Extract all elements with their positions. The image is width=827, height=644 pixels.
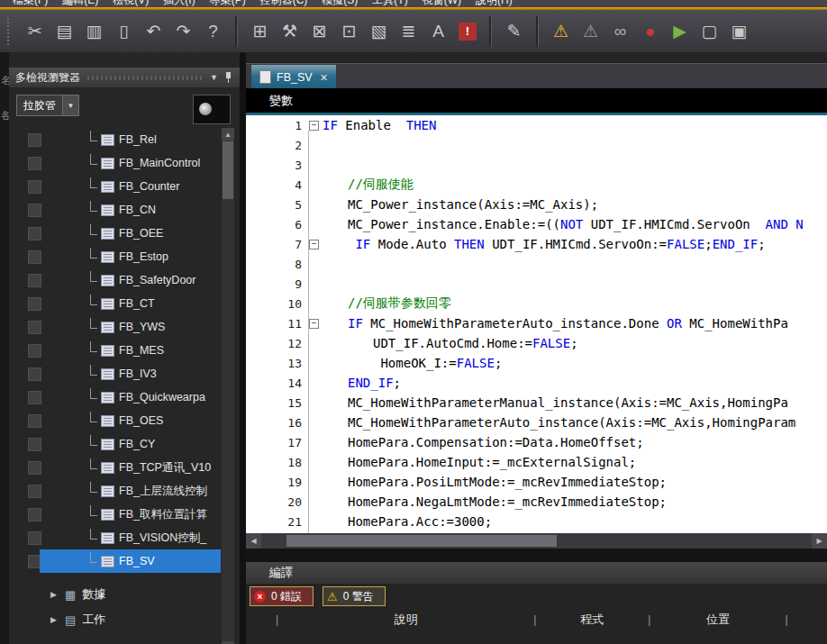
tree-item-main[interactable]: FB_OES	[40, 409, 221, 432]
warning-gray-icon[interactable]: ⚠	[577, 18, 604, 44]
menu-item-插入(I)[interactable]: 插入(I)	[163, 0, 195, 7]
scrollbar-track[interactable]	[261, 533, 812, 549]
tree-item-FB_Estop[interactable]: FB_Estop	[9, 245, 221, 268]
tree-item-FB_CT[interactable]: FB_CT	[9, 292, 221, 315]
tree-scrollbar[interactable]: ▲ ▼	[222, 128, 234, 644]
transfer-icon[interactable]: ⊠	[306, 18, 332, 44]
tree-item-main[interactable]: FB_YWS	[40, 315, 221, 339]
build-window-icon[interactable]: ⊞	[247, 18, 273, 44]
fold-toggle-icon[interactable]: −	[309, 121, 319, 131]
tree-item-main[interactable]: FB_VISION控制_	[40, 526, 221, 549]
tree-item-main[interactable]: FB_CT	[40, 292, 221, 315]
tree-item-FB_OES[interactable]: FB_OES	[9, 409, 221, 432]
menu-item-視窗(W)[interactable]: 視窗(W)	[423, 0, 461, 7]
scrollbar-thumb[interactable]	[286, 535, 557, 547]
tree-item-FB_Rel[interactable]: FB_Rel	[9, 128, 221, 151]
sidebar-item-data[interactable]: ▶▦數據	[9, 582, 221, 607]
close-icon[interactable]: ×	[321, 70, 328, 85]
column-header-0[interactable]: 說明	[278, 612, 533, 628]
chevron-down-icon[interactable]: ▼	[62, 95, 78, 115]
menu-item-專案(P)[interactable]: 專案(P)	[210, 0, 246, 7]
online-monitor-icon[interactable]: ▢	[696, 18, 722, 44]
tree-item-FB_Quickwearpa[interactable]: FB_Quickwearpa	[9, 385, 221, 409]
menu-item-檢視(V)[interactable]: 檢視(V)	[113, 0, 149, 7]
screen-icon[interactable]: ▣	[726, 18, 752, 44]
scroll-right-icon[interactable]: ▶	[812, 533, 827, 549]
tree-item-main[interactable]: FB_Quickwearpa	[40, 385, 221, 409]
tree-item-main[interactable]: FB_Estop	[40, 245, 221, 268]
tree-item-main[interactable]: FB_CN	[40, 198, 221, 222]
group-filter-dropdown[interactable]: 拉胶管 ▼	[16, 95, 79, 116]
watch-table-icon[interactable]: ▧	[366, 18, 392, 44]
build-panel-header[interactable]: 編譯	[246, 562, 827, 584]
scroll-up-icon[interactable]: ▲	[222, 128, 234, 141]
tree-item-main[interactable]: FB_MainControl	[40, 151, 221, 175]
fold-toggle-icon[interactable]: −	[309, 319, 319, 329]
code-editor[interactable]: 1−IF Enable THEN234//伺服使能5MC_Power_insta…	[246, 115, 827, 533]
tree-item-FB_SafetyDoor[interactable]: FB_SafetyDoor	[9, 268, 221, 292]
tree-item-FB_TCP通讯_V10[interactable]: FB_TCP通讯_V10	[9, 456, 221, 479]
wrench-icon[interactable]: ⚒	[277, 18, 303, 44]
collapsed-arrow-icon[interactable]: ▶	[50, 590, 57, 599]
tree-item-FB_MainControl[interactable]: FB_MainControl	[9, 151, 221, 175]
warnings-filter-button[interactable]: ⚠ 0 警告	[323, 586, 386, 606]
tree-item-FB_Counter[interactable]: FB_Counter	[9, 175, 221, 198]
tree-item-main[interactable]: FB_IV3	[40, 362, 221, 385]
help-icon[interactable]: ?	[200, 18, 226, 44]
search-icon[interactable]: A	[425, 18, 451, 44]
sidebar-item-tasks[interactable]: ▶▤工作	[9, 607, 221, 632]
tree-item-main[interactable]: FB_上层流线控制	[40, 479, 221, 503]
pin-icon[interactable]	[224, 72, 233, 83]
warning-yellow-icon[interactable]: ⚠	[548, 18, 574, 44]
tree-item-FB_VISION控制_[interactable]: FB_VISION控制_	[9, 526, 221, 549]
tree-item-FB_SV[interactable]: FB_SV	[9, 549, 221, 573]
explorer-header[interactable]: 多檢視瀏覽器 ▼	[9, 68, 240, 87]
scrollbar-thumb[interactable]	[223, 141, 233, 199]
edit-icon[interactable]: ✎	[501, 18, 527, 44]
tree-item-main[interactable]: FB_OEE	[40, 222, 221, 245]
horizontal-scrollbar[interactable]: ◀ ▶	[246, 533, 827, 549]
breakpoint-icon[interactable]: ●	[637, 18, 663, 44]
tree-item-main[interactable]: FB_Rel	[40, 128, 221, 151]
tree-item-main[interactable]: FB_CY	[40, 432, 221, 456]
cut-icon[interactable]: ✂	[22, 18, 48, 44]
binoculars-icon[interactable]: ∞	[607, 18, 633, 44]
column-header-2[interactable]: 位置	[650, 612, 785, 628]
chevron-down-icon[interactable]: ▼	[210, 73, 218, 82]
toolbar-grip[interactable]	[7, 18, 13, 45]
tab-fb-sv[interactable]: FB_SV ×	[251, 65, 336, 89]
tree-item-main[interactable]: FB_MES	[40, 339, 221, 362]
paste-icon[interactable]: ▥	[81, 18, 107, 44]
menu-item-工具(T)[interactable]: 工具(T)	[372, 0, 407, 7]
menu-item-檔案(F)[interactable]: 檔案(F)	[13, 0, 48, 7]
tree-item-FB_CY[interactable]: FB_CY	[9, 432, 221, 456]
tree-item-FB_取料位置計算[interactable]: FB_取料位置計算	[9, 503, 221, 526]
tree-item-main[interactable]: FB_TCP通讯_V10	[40, 456, 221, 479]
tree-item-FB_上层流线控制[interactable]: FB_上层流线控制	[9, 479, 221, 503]
scroll-left-icon[interactable]: ◀	[246, 533, 261, 549]
menu-item-控制器(C)[interactable]: 控制器(C)	[260, 0, 308, 7]
redo-icon[interactable]: ↷	[170, 18, 196, 44]
collapsed-arrow-icon[interactable]: ▶	[50, 615, 57, 624]
panel-splitter[interactable]	[246, 549, 827, 562]
tree-item-main[interactable]: FB_SV	[40, 549, 221, 573]
tree-item-main[interactable]: FB_SafetyDoor	[40, 268, 221, 292]
tree-item-FB_OEE[interactable]: FB_OEE	[9, 222, 221, 245]
tree-item-FB_CN[interactable]: FB_CN	[9, 198, 221, 222]
menu-item-編輯(E)[interactable]: 編輯(E)	[62, 0, 98, 7]
syntax-error-icon[interactable]: !	[459, 23, 477, 41]
steps-icon[interactable]: ≣	[395, 18, 422, 44]
menu-item-說明(H)[interactable]: 說明(H)	[476, 0, 513, 7]
tree-item-FB_YWS[interactable]: FB_YWS	[9, 315, 221, 339]
fold-toggle-icon[interactable]: −	[309, 240, 319, 249]
undo-icon[interactable]: ↶	[141, 18, 167, 44]
copy-icon[interactable]: ▤	[51, 18, 77, 44]
tree-item-FB_IV3[interactable]: FB_IV3	[9, 362, 221, 385]
tree-item-FB_MES[interactable]: FB_MES	[9, 339, 221, 362]
menu-item-模擬(S)[interactable]: 模擬(S)	[322, 0, 358, 7]
tree-item-main[interactable]: FB_取料位置計算	[40, 503, 221, 526]
variables-section-header[interactable]: 變數	[246, 88, 827, 115]
errors-filter-button[interactable]: × 0 錯誤	[250, 586, 314, 606]
monitor-icon[interactable]: ⊡	[336, 18, 362, 44]
column-header-1[interactable]: 程式	[536, 612, 648, 628]
